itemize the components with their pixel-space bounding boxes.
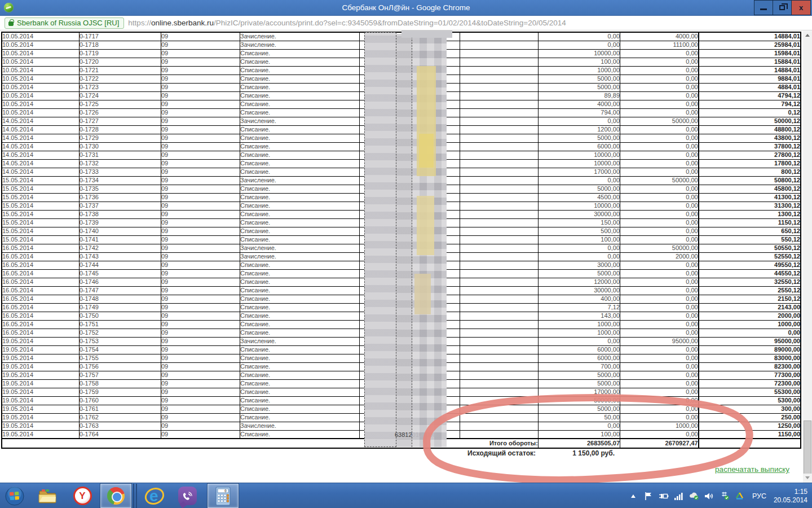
minimize-icon <box>760 8 767 10</box>
chrome-icon <box>107 487 125 505</box>
svg-text:0: 0 <box>224 489 227 493</box>
url-bar[interactable]: Sberbank of Russia OJSC [RU] https://onl… <box>0 16 812 30</box>
power-battery-icon[interactable] <box>659 490 669 502</box>
restore-icon <box>779 5 785 10</box>
volume-icon[interactable] <box>704 490 714 502</box>
window-controls: x <box>754 0 811 15</box>
folder-icon <box>37 487 58 505</box>
windows-start-icon <box>5 486 25 506</box>
calculator-icon: 0 <box>215 487 231 506</box>
arrow-up-icon <box>805 34 810 37</box>
close-button[interactable]: x <box>792 1 810 15</box>
security-badge[interactable]: Sberbank of Russia OJSC [RU] <box>5 17 124 29</box>
system-tray: РУС 1:15 20.05.2014 <box>628 483 809 508</box>
scroll-thumb[interactable] <box>804 421 811 475</box>
restore-button[interactable] <box>773 1 792 15</box>
internet-explorer-icon: e <box>144 486 165 506</box>
language-indicator[interactable]: РУС <box>750 490 769 502</box>
calculator-taskbar-button[interactable]: 0 <box>208 484 239 508</box>
scroll-up-button[interactable] <box>803 31 812 39</box>
partial-account-number: 638120100000 <box>395 431 436 438</box>
page-url[interactable]: https://online.sberbank.ru/PhizIC/privat… <box>128 19 566 27</box>
google-drive-icon[interactable] <box>735 490 745 502</box>
security-badge-label: Sberbank of Russia OJSC [RU] <box>17 19 119 27</box>
totals-label: Итого обороты: <box>2 439 538 448</box>
start-button[interactable] <box>2 484 27 508</box>
yandex-browser-button[interactable]: Y <box>70 484 95 508</box>
dropbox-icon[interactable] <box>720 490 730 502</box>
redaction-blob <box>414 274 431 314</box>
svg-text:e: e <box>149 487 158 505</box>
window-title: Сбербанк ОнЛ@йн - Google Chrome <box>0 0 812 16</box>
file-explorer-button[interactable] <box>35 484 60 508</box>
chrome-taskbar-button[interactable] <box>100 484 131 508</box>
redaction-blob <box>419 134 434 168</box>
closing-balance: Исходящий остаток: 1 150,00 руб. <box>0 449 812 458</box>
viber-button[interactable] <box>175 484 200 508</box>
network-signal-icon[interactable] <box>674 490 684 502</box>
arrow-down-icon <box>805 476 810 479</box>
close-icon: x <box>799 3 803 12</box>
viber-icon <box>178 487 197 505</box>
redaction-overlay <box>401 30 452 38</box>
internet-explorer-button[interactable]: e <box>142 484 167 508</box>
closing-balance-label: Исходящий остаток: <box>0 449 536 457</box>
browser-viewport: 10.05.20140-171709Зачисление.0,004000,00… <box>0 30 812 483</box>
url-scheme: https:// <box>128 19 151 27</box>
cloud-sync-icon[interactable] <box>689 490 699 502</box>
clock-date: 20.05.2014 <box>774 496 807 505</box>
minimize-button[interactable] <box>754 1 773 15</box>
action-center-flag-icon[interactable] <box>643 490 654 502</box>
url-path: /PhizIC/private/accounts/print.do?sel=c:… <box>214 19 566 27</box>
tray-expand-arrow[interactable] <box>628 490 638 502</box>
scroll-down-button[interactable] <box>803 474 812 481</box>
redaction-mosaic-overlay <box>412 32 447 447</box>
taskbar-divider <box>133 484 137 508</box>
clock-time: 1:15 <box>774 488 807 496</box>
window-titlebar[interactable]: Сбербанк ОнЛ@йн - Google Chrome x <box>0 0 812 16</box>
taskbar: Y e 0 <box>0 483 812 508</box>
chevron-up-icon <box>630 494 636 498</box>
redaction-blob <box>417 196 434 255</box>
lock-icon <box>8 21 14 26</box>
redaction-overlay <box>364 32 396 447</box>
closing-balance-value: 1 150,00 руб. <box>536 449 615 457</box>
yandex-browser-icon: Y <box>73 487 92 505</box>
debit-total: 2683505,07 <box>538 439 620 448</box>
print-statement-link[interactable]: распечатать выписку <box>715 465 789 474</box>
vertical-scrollbar[interactable] <box>803 31 812 483</box>
taskbar-clock[interactable]: 1:15 20.05.2014 <box>774 488 809 505</box>
url-domain: online.sberbank.ru <box>151 19 214 27</box>
credit-total: 2670927,47 <box>620 439 699 448</box>
redaction-overlay <box>396 34 412 447</box>
